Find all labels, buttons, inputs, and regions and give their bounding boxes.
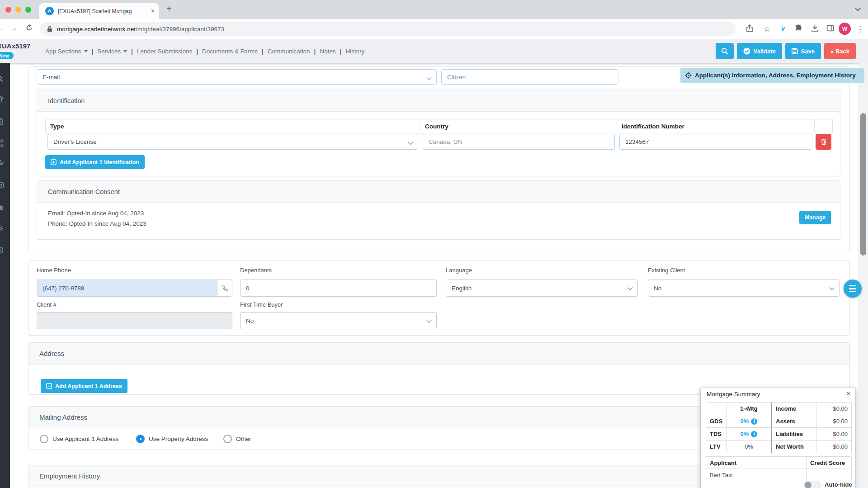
window-maximize-button[interactable] xyxy=(25,7,31,13)
nav-notes[interactable]: Notes xyxy=(320,48,335,55)
browser-menu-icon[interactable]: ⋮ xyxy=(856,24,865,33)
column-country: Country xyxy=(420,119,617,133)
radio-use-applicant1-address[interactable]: Use Applicant 1 Address xyxy=(40,435,118,443)
email-consent-status: Email: Opted-In since Aug 04, 2023 xyxy=(48,210,144,217)
user-icon[interactable] xyxy=(0,75,4,83)
mailing-address-title: Mailing Address xyxy=(39,413,87,421)
scrollbar-track[interactable] xyxy=(859,63,868,488)
client-number-field[interactable] xyxy=(37,312,232,329)
tab-title: [EXUAx5197] Scarlett Mortgag xyxy=(58,8,139,14)
address-section: Address Add Applicant 1 Address xyxy=(28,342,850,395)
gear-icon[interactable] xyxy=(0,224,4,232)
browser-back-icon[interactable]: ← xyxy=(0,24,4,33)
id-number-field[interactable]: 1234567 xyxy=(619,134,812,150)
tds-value: 0% xyxy=(726,428,772,441)
new-tab-button[interactable]: + xyxy=(166,4,172,14)
wrench-icon[interactable] xyxy=(0,159,4,167)
nav-lender-submissions[interactable]: Lender Submissions xyxy=(137,48,192,55)
identification-header: Identification xyxy=(37,90,840,112)
delete-identification-button[interactable] xyxy=(816,134,831,150)
share-icon[interactable] xyxy=(745,24,754,33)
radio-use-property-address[interactable]: Use Property Address xyxy=(136,435,208,443)
search-icon xyxy=(721,47,728,55)
radio-icon[interactable] xyxy=(40,435,48,443)
dependants-field[interactable]: 0 xyxy=(240,280,437,297)
email-type-select[interactable]: E-mail xyxy=(37,69,437,85)
address-header: Address xyxy=(28,343,849,365)
manage-consent-button[interactable]: Manage xyxy=(799,211,831,224)
caret-down-icon xyxy=(84,50,88,52)
bank-icon[interactable] xyxy=(0,95,4,103)
browser-tab[interactable]: [EXUAx5197] Scarlett Mortgag × xyxy=(39,3,159,19)
applicant-name-cell: Bert Taxi xyxy=(706,469,807,481)
side-panel-icon[interactable] xyxy=(826,24,835,33)
dial-phone-button[interactable] xyxy=(217,280,232,297)
validate-button[interactable]: Validate xyxy=(737,43,782,59)
existing-client-select[interactable]: No xyxy=(648,280,840,297)
history-clock-icon[interactable] xyxy=(0,246,4,254)
nav-app-sections[interactable]: App Sections xyxy=(45,48,88,55)
mortgage-summary-popup: Mortgage Summary × 1st Mtg Income $0.00 … xyxy=(700,388,856,488)
employment-history-title: Employment History xyxy=(39,472,100,480)
caret-down-icon xyxy=(123,50,127,52)
browser-tab-strip: [EXUAx5197] Scarlett Mortgag × + xyxy=(0,0,868,19)
add-identification-button[interactable]: Add Applicant 1 Identification xyxy=(45,155,145,169)
nav-separator: | xyxy=(340,48,342,55)
radio-icon[interactable] xyxy=(136,435,145,443)
back-button[interactable]: « Back xyxy=(824,43,856,59)
bookmark-star-icon[interactable]: ☆ xyxy=(762,24,771,33)
auto-hide-toggle[interactable] xyxy=(804,481,821,488)
floating-menu-button[interactable] xyxy=(844,280,862,298)
new-badge: New xyxy=(0,52,14,59)
tab-strip-chevron-icon[interactable] xyxy=(855,5,861,11)
tab-close-icon[interactable]: × xyxy=(151,7,155,14)
auto-hide-label: Auto-hide xyxy=(825,481,852,488)
download-icon[interactable] xyxy=(810,24,819,33)
info-icon[interactable] xyxy=(751,418,757,425)
scrollbar-thumb[interactable] xyxy=(860,113,866,256)
credit-score-cell xyxy=(807,469,852,481)
nav-separator: | xyxy=(92,48,94,55)
income-label: Income xyxy=(771,403,816,415)
applicant-table: Applicant Credit Score Bert Taxi xyxy=(706,456,851,481)
clipboard-icon[interactable] xyxy=(0,118,4,126)
id-country-field[interactable]: Canada, ON xyxy=(423,134,615,150)
extensions-puzzle-icon[interactable] xyxy=(794,24,803,33)
search-button[interactable] xyxy=(716,43,734,59)
id-type-select[interactable]: Driver's License xyxy=(47,134,418,150)
vimeo-extension-icon[interactable]: v xyxy=(778,24,788,33)
window-close-button[interactable] xyxy=(5,7,11,13)
nav-documents-forms[interactable]: Documents & Forms xyxy=(202,48,258,55)
url-bar[interactable]: mortgage.scarlettnetwork.net/mtg/deal/37… xyxy=(40,22,736,36)
nav-services[interactable]: Services xyxy=(97,48,127,55)
ltv-label: LTV xyxy=(706,441,726,453)
trash-icon xyxy=(821,138,827,145)
save-button[interactable]: Save xyxy=(785,43,821,59)
share-nodes-icon[interactable] xyxy=(0,139,4,147)
nav-history[interactable]: History xyxy=(345,48,364,55)
window-minimize-button[interactable] xyxy=(15,7,21,13)
tds-label: TDS xyxy=(706,428,726,441)
url-text: mortgage.scarlettnetwork.net/mtg/deal/37… xyxy=(57,26,224,33)
home-phone-label: Home Phone xyxy=(37,267,71,274)
popup-close-icon[interactable]: × xyxy=(847,390,850,397)
home-phone-field[interactable]: (647) 270-9788 xyxy=(37,280,217,297)
citizen-field[interactable]: Citizen xyxy=(441,69,618,85)
income-value: $0.00 xyxy=(816,403,852,415)
url-domain: mortgage.scarlettnetwork.net xyxy=(57,26,136,33)
liabilities-value: $0.00 xyxy=(816,428,852,441)
add-address-button[interactable]: Add Applicant 1 Address xyxy=(41,379,127,393)
chart-icon[interactable] xyxy=(0,203,4,211)
info-icon[interactable] xyxy=(751,431,757,437)
language-select[interactable]: English xyxy=(446,280,638,297)
nav-communication[interactable]: Communication xyxy=(268,48,310,55)
reload-icon[interactable] xyxy=(24,24,33,33)
radio-icon[interactable] xyxy=(223,435,232,443)
first-time-buyer-select[interactable]: No xyxy=(240,312,437,329)
id-card-icon[interactable] xyxy=(0,181,4,189)
browser-forward-icon[interactable]: → xyxy=(10,24,18,33)
profile-avatar[interactable]: W xyxy=(839,23,851,35)
site-favicon-icon xyxy=(45,7,54,15)
assets-label: Assets xyxy=(771,415,816,428)
radio-other-address[interactable]: Other xyxy=(223,435,251,443)
